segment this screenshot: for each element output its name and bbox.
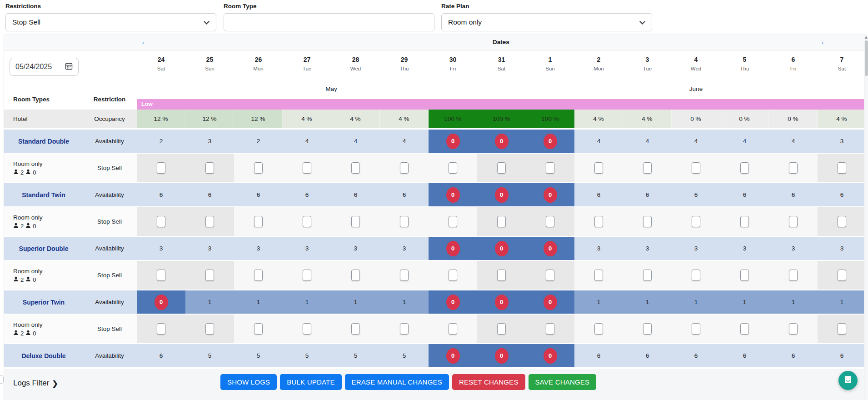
- availability-cell: 0: [477, 130, 526, 153]
- stop-sell-checkbox[interactable]: [692, 270, 700, 281]
- room-name[interactable]: Deluxe Double: [13, 352, 82, 360]
- day-of-week: Mon: [574, 66, 623, 71]
- stop-sell-checkbox[interactable]: [400, 162, 409, 174]
- stop-sell-checkbox[interactable]: [838, 323, 846, 335]
- stop-sell-checkbox[interactable]: [643, 270, 652, 281]
- stop-sell-checkbox[interactable]: [449, 216, 457, 227]
- stop-sell-cell: [672, 261, 720, 290]
- room-type-select[interactable]: [224, 13, 434, 31]
- room-name[interactable]: Superior Double: [13, 245, 82, 252]
- restrictions-select[interactable]: Stop Sell: [5, 13, 216, 31]
- stop-sell-checkbox[interactable]: [643, 323, 652, 335]
- room-name[interactable]: Superior Twin: [13, 299, 82, 306]
- save-changes-button[interactable]: SAVE CHANGES: [529, 374, 597, 390]
- stop-sell-checkbox[interactable]: [497, 323, 506, 335]
- stop-sell-checkbox[interactable]: [303, 270, 311, 281]
- availability-cell: 1: [185, 290, 234, 314]
- stop-sell-checkbox[interactable]: [205, 162, 214, 174]
- stop-sell-checkbox[interactable]: [157, 162, 165, 174]
- stop-sell-checkbox[interactable]: [740, 162, 749, 174]
- room-name[interactable]: Standard Twin: [13, 191, 82, 199]
- stop-sell-checkbox[interactable]: [254, 216, 263, 227]
- stop-sell-checkbox[interactable]: [205, 270, 214, 281]
- stop-sell-checkbox[interactable]: [400, 270, 409, 281]
- rate-plan-occupancy: 20: [13, 330, 36, 337]
- stop-sell-checkbox[interactable]: [740, 216, 749, 227]
- stop-sell-checkbox[interactable]: [351, 270, 360, 281]
- reset-changes-button[interactable]: RESET CHANGES: [452, 374, 525, 390]
- stop-sell-checkbox[interactable]: [789, 323, 798, 335]
- stop-sell-cell: [137, 207, 185, 236]
- stop-sell-checkbox[interactable]: [692, 323, 700, 335]
- next-dates-arrow-icon[interactable]: →: [817, 37, 825, 47]
- stop-sell-cell: [818, 154, 866, 182]
- stop-sell-checkbox[interactable]: [497, 216, 506, 227]
- stop-sell-checkbox[interactable]: [351, 216, 360, 227]
- stop-sell-checkbox[interactable]: [546, 323, 554, 335]
- stop-sell-checkbox[interactable]: [351, 162, 360, 174]
- stop-sell-checkbox[interactable]: [449, 162, 457, 174]
- stop-sell-cell: [429, 207, 477, 236]
- erase-manual-changes-button[interactable]: ERASE MANUAL CHANGES: [345, 374, 449, 390]
- stop-sell-checkbox[interactable]: [303, 162, 311, 174]
- stop-sell-checkbox[interactable]: [643, 216, 652, 227]
- stop-sell-checkbox[interactable]: [303, 216, 311, 227]
- stop-sell-checkbox[interactable]: [546, 162, 554, 174]
- chat-launcher-button[interactable]: [838, 371, 858, 390]
- bulk-update-button[interactable]: BULK UPDATE: [280, 374, 341, 390]
- stop-sell-checkbox[interactable]: [838, 162, 846, 174]
- logs-filter-toggle[interactable]: Logs Filter ❯: [13, 379, 58, 388]
- stop-sell-checkbox[interactable]: [157, 323, 165, 335]
- stop-sell-checkbox[interactable]: [157, 270, 165, 281]
- stop-sell-checkbox[interactable]: [303, 323, 311, 335]
- stop-sell-checkbox[interactable]: [497, 270, 506, 281]
- stop-sell-checkbox[interactable]: [157, 216, 165, 227]
- rate-plan-select[interactable]: Room only: [441, 13, 652, 31]
- stop-sell-checkbox[interactable]: [789, 270, 798, 281]
- availability-cell: 4: [380, 130, 429, 153]
- stop-sell-cell: [283, 315, 331, 343]
- stop-sell-checkbox[interactable]: [254, 162, 263, 174]
- stop-sell-checkbox[interactable]: [546, 216, 554, 227]
- stop-sell-checkbox[interactable]: [838, 216, 846, 227]
- vertical-scrollbar[interactable]: [864, 35, 868, 400]
- stop-sell-checkbox[interactable]: [594, 270, 603, 281]
- stop-sell-checkbox[interactable]: [740, 323, 749, 335]
- stop-sell-checkbox[interactable]: [740, 270, 749, 281]
- calendar-icon[interactable]: [65, 62, 73, 72]
- occupancy-cells: 12 %12 %12 %4 %4 %4 %100 %100 %100 %4 %4…: [137, 110, 866, 128]
- stop-sell-checkbox[interactable]: [205, 216, 214, 227]
- stop-sell-checkbox[interactable]: [594, 323, 603, 335]
- availability-cell: 1: [672, 290, 720, 314]
- scrollbar-up-arrow-icon[interactable]: [865, 36, 868, 39]
- stop-sell-checkbox[interactable]: [449, 323, 457, 335]
- availability-cell: 6: [769, 183, 818, 206]
- date-picker-input[interactable]: 05/24/2025: [10, 58, 79, 76]
- stop-sell-checkbox[interactable]: [643, 162, 652, 174]
- stop-sell-checkbox[interactable]: [692, 162, 700, 174]
- availability-label: Availability: [82, 130, 137, 153]
- children-count: 0: [33, 223, 36, 230]
- zero-availability-badge: 0: [495, 241, 509, 256]
- stop-sell-checkbox[interactable]: [594, 216, 603, 227]
- availability-cell: 6: [818, 183, 866, 206]
- stop-sell-checkbox[interactable]: [254, 323, 263, 335]
- show-logs-button[interactable]: SHOW LOGS: [220, 374, 277, 390]
- stop-sell-checkbox[interactable]: [400, 216, 409, 227]
- stop-sell-checkbox[interactable]: [789, 216, 798, 227]
- rate-plan-occupancy: 20: [13, 169, 36, 176]
- room-name[interactable]: Standard Double: [13, 138, 82, 145]
- stop-sell-checkbox[interactable]: [351, 323, 360, 335]
- stop-sell-checkbox[interactable]: [546, 270, 554, 281]
- stop-sell-checkbox[interactable]: [205, 323, 214, 335]
- stop-sell-checkbox[interactable]: [594, 162, 603, 174]
- stop-sell-checkbox[interactable]: [449, 270, 457, 281]
- stop-sell-checkbox[interactable]: [400, 323, 409, 335]
- stop-sell-checkbox[interactable]: [789, 162, 798, 174]
- stop-sell-cell: [331, 154, 380, 182]
- scrollbar-thumb[interactable]: [865, 40, 868, 76]
- stop-sell-checkbox[interactable]: [838, 270, 846, 281]
- stop-sell-checkbox[interactable]: [497, 162, 506, 174]
- stop-sell-checkbox[interactable]: [692, 216, 700, 227]
- stop-sell-checkbox[interactable]: [254, 270, 263, 281]
